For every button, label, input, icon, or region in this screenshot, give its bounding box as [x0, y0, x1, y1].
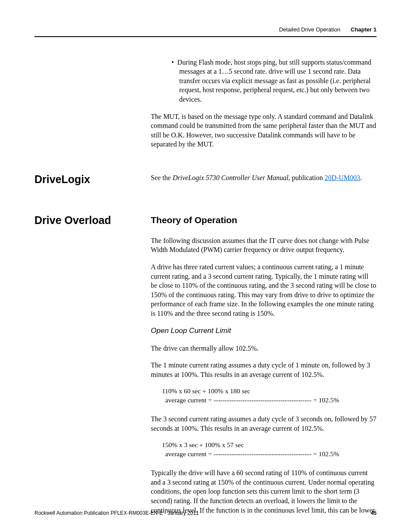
open-loop-paragraph-2: The 1 minute current rating assumes a du…	[151, 361, 377, 379]
section-body-drivelogix: See the DriveLogix 5730 Controller User …	[151, 173, 377, 190]
section-drivelogix: DriveLogix See the DriveLogix 5730 Contr…	[34, 173, 377, 190]
heading-open-loop: Open Loop Current Limit	[151, 326, 377, 336]
open-loop-paragraph-1: The drive can thermally allow 102.5%.	[151, 344, 377, 353]
bullet-text: During Flash mode, host stops ping, but …	[177, 59, 371, 103]
drivelogix-reference: See the DriveLogix 5730 Controller User …	[151, 173, 377, 183]
drivelogix-mid: , publication	[288, 174, 324, 181]
section-drive-overload: Drive Overload Theory of Operation The f…	[34, 214, 377, 523]
drivelogix-prefix: See the	[151, 174, 173, 181]
open-loop-paragraph-3: The 3 second current rating assumes a du…	[151, 414, 377, 433]
formula-2: 150% x 3 sec + 100% x 57 sec average cur…	[157, 441, 377, 459]
running-head-chapter: Chapter 1	[351, 26, 377, 34]
footer-page-number: 45	[371, 510, 377, 516]
open-loop-paragraph-4: Typically the drive will have a 60 secon…	[151, 468, 377, 515]
page-footer: Rockwell Automation Publication PFLEX-RM…	[34, 510, 377, 516]
heading-theory: Theory of Operation	[151, 214, 377, 226]
bullet-dot: •	[171, 59, 177, 66]
theory-paragraph-1: The following discussion assumes that th…	[151, 236, 377, 255]
formula-1: 110% x 60 sec + 100% x 180 sec average c…	[157, 387, 377, 405]
section-body-drive-overload: Theory of Operation The following discus…	[151, 214, 377, 523]
page-body: •During Flash mode, host stops ping, but…	[34, 58, 377, 523]
bullet-item-flash-mode: •During Flash mode, host stops ping, but…	[162, 58, 377, 104]
drivelogix-suffix: .	[360, 174, 362, 181]
drivelogix-manual-title: DriveLogix 5730 Controller User Manual	[173, 174, 289, 181]
heading-drivelogix: DriveLogix	[34, 173, 151, 190]
header-rule	[34, 36, 377, 37]
running-head-title: Detailed Drive Operation	[279, 26, 340, 34]
page: Detailed Drive Operation Chapter 1 •Duri…	[0, 0, 411, 532]
running-head: Detailed Drive Operation Chapter 1	[34, 26, 377, 36]
heading-drive-overload: Drive Overload	[34, 214, 151, 523]
publication-link[interactable]: 20D-UM003	[324, 174, 360, 181]
theory-paragraph-2: A drive has three rated current values; …	[151, 262, 377, 318]
paragraph-mut: The MUT, is based on the message type on…	[151, 112, 377, 149]
footer-publication: Rockwell Automation Publication PFLEX-RM…	[34, 510, 199, 516]
